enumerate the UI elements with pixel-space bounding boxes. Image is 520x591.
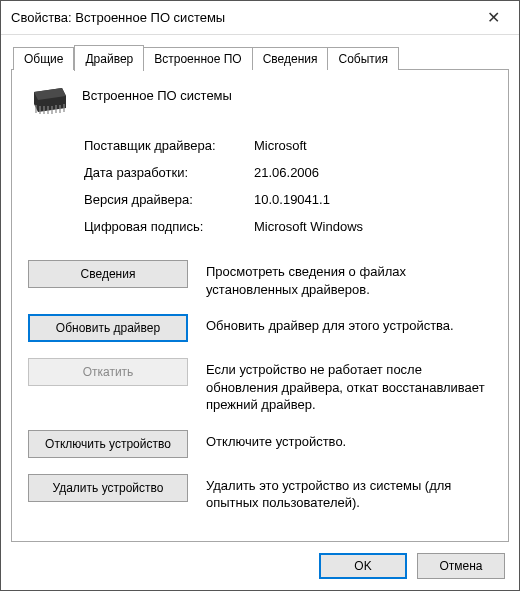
cancel-button[interactable]: Отмена — [417, 553, 505, 579]
tab-details[interactable]: Сведения — [253, 47, 329, 70]
update-driver-button[interactable]: Обновить драйвер — [28, 314, 188, 342]
device-name: Встроенное ПО системы — [82, 86, 232, 103]
driver-details-desc: Просмотреть сведения о файлах установлен… — [206, 260, 492, 298]
close-icon[interactable]: ✕ — [473, 1, 513, 35]
uninstall-device-button[interactable]: Удалить устройство — [28, 474, 188, 502]
tab-general[interactable]: Общие — [13, 47, 74, 70]
driver-details-button[interactable]: Сведения — [28, 260, 188, 288]
properties-window: Свойства: Встроенное ПО системы ✕ Общие … — [0, 0, 520, 591]
titlebar: Свойства: Встроенное ПО системы ✕ — [1, 1, 519, 35]
tab-driver[interactable]: Драйвер — [74, 45, 144, 71]
rollback-driver-desc: Если устройство не работает после обновл… — [206, 358, 492, 414]
version-label: Версия драйвера: — [84, 192, 254, 207]
ok-button[interactable]: OK — [319, 553, 407, 579]
date-value: 21.06.2006 — [254, 165, 492, 180]
tab-panel-driver: Встроенное ПО системы Поставщик драйвера… — [11, 69, 509, 542]
uninstall-device-desc: Удалить это устройство из системы (для о… — [206, 474, 492, 512]
window-title: Свойства: Встроенное ПО системы — [11, 10, 473, 25]
rollback-driver-button: Откатить — [28, 358, 188, 386]
disable-device-desc: Отключите устройство. — [206, 430, 492, 451]
signer-label: Цифровая подпись: — [84, 219, 254, 234]
provider-label: Поставщик драйвера: — [84, 138, 254, 153]
version-value: 10.0.19041.1 — [254, 192, 492, 207]
content-area: Общие Драйвер Встроенное ПО Сведения Соб… — [1, 35, 519, 542]
date-label: Дата разработки: — [84, 165, 254, 180]
device-header: Встроенное ПО системы — [28, 86, 492, 116]
tab-events[interactable]: События — [328, 47, 399, 70]
tab-firmware[interactable]: Встроенное ПО — [144, 47, 252, 70]
signer-value: Microsoft Windows — [254, 219, 492, 234]
update-driver-desc: Обновить драйвер для этого устройства. — [206, 314, 492, 335]
chip-icon — [28, 86, 68, 116]
driver-info: Поставщик драйвера: Microsoft Дата разра… — [84, 138, 492, 234]
provider-value: Microsoft — [254, 138, 492, 153]
tab-strip: Общие Драйвер Встроенное ПО Сведения Соб… — [11, 45, 509, 70]
disable-device-button[interactable]: Отключить устройство — [28, 430, 188, 458]
dialog-footer: OK Отмена — [1, 542, 519, 590]
